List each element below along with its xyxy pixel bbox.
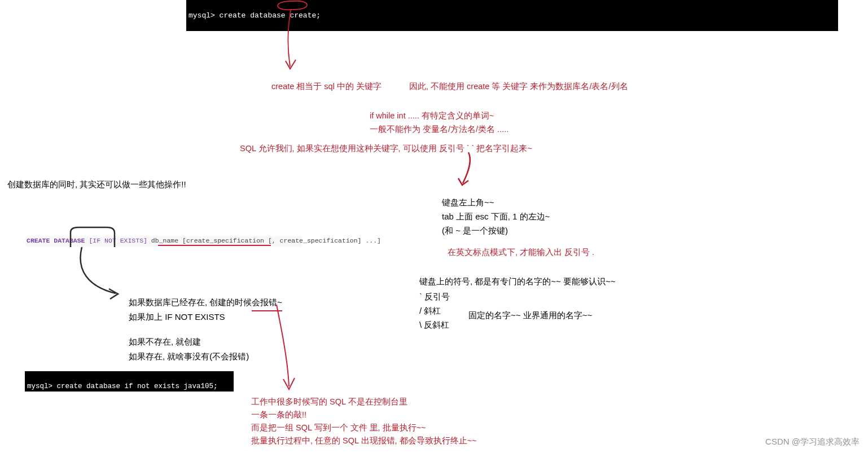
note-ifexists-3: 如果不存在, 就创建 (129, 334, 201, 349)
note-bt-loc-2: tab 上面 esc 下面, 1 的左边~ (442, 209, 550, 224)
arrow-curve-1-icon (76, 247, 133, 304)
note-symbols-bt: ` 反引号 (419, 289, 450, 304)
terminal-bottom: mysql> create database if not exists jav… (25, 371, 234, 392)
code-opt: [IF NOT EXISTS] (85, 237, 151, 244)
note-reserved-2: 一般不能作为 变量名/方法名/类名 ..... (370, 122, 508, 137)
note-work-1: 工作中很多时候写的 SQL 不是在控制台里 (251, 395, 407, 409)
terminal-top: mysql> create database create; ERROR 106… (186, 0, 838, 31)
note-keyword-right: 因此, 不能使用 create 等 关键字 来作为数据库名/表名/列名 (409, 80, 628, 94)
note-reserved-1: if while int ..... 有特定含义的单词~ (370, 109, 494, 123)
terminal-top-line1: mysql> create database create; (188, 11, 321, 20)
note-keyword-left: create 相当于 sql 中的 关键字 (271, 80, 382, 94)
code-rest: db_name [create_specification [, create_… (151, 237, 381, 244)
note-ifexists-4: 如果存在, 就啥事没有(不会报错) (129, 349, 249, 364)
note-symbols-bsl: \ 反斜杠 (419, 317, 449, 332)
note-work-4: 批量执行过程中, 任意的 SQL 出现报错, 都会导致执行终止~~ (251, 434, 477, 448)
arrow-down-3-icon (265, 305, 299, 395)
note-ifexists-2: 如果加上 IF NOT EXISTS (129, 309, 225, 324)
note-backtick-main: SQL 允许我们, 如果实在想使用这种关键字, 可以使用 反引号 ` ` 把名字… (240, 142, 532, 156)
arrow-down-2-icon (451, 152, 474, 192)
watermark: CSDN @学习追求高效率 (765, 437, 860, 447)
note-symbols-title: 键盘上的符号, 都是有专门的名字的~~ 要能够认识~~ (419, 274, 616, 289)
note-work-2: 一条一条的敲!! (251, 408, 306, 422)
underline-spec (158, 245, 271, 246)
note-symbols-fixed: 固定的名字~~ 业界通用的名字~~ (468, 307, 592, 323)
terminal-top-line2: ERROR 1064 (42000): You have an error in… (188, 30, 827, 58)
terminal-bottom-l2: Query OK, 1 row affected, 1 warning (0.0… (27, 392, 222, 400)
note-create-same-time: 创建数据库的同时, 其实还可以做一些其他操作!! (7, 177, 186, 192)
note-work-3: 而是把一组 SQL 写到一个 文件 里, 批量执行~~ (251, 421, 426, 435)
note-ifexists-1a: 如果数据库已经存在, 创建的时候 (129, 297, 252, 307)
note-bt-loc-1: 键盘左上角~~ (442, 195, 494, 210)
note-ifexists-1b: 会报错~ (252, 294, 282, 311)
terminal-bottom-l1: mysql> create database if not exists jav… (27, 382, 218, 390)
note-bt-mode: 在英文标点模式下, 才能输入出 反引号 . (448, 245, 594, 260)
note-bt-loc-3: (和 ~ 是一个按键) (442, 223, 508, 238)
code-kw: CREATE DATABASE (27, 237, 85, 244)
note-symbols-sl: / 斜杠 (419, 303, 441, 318)
